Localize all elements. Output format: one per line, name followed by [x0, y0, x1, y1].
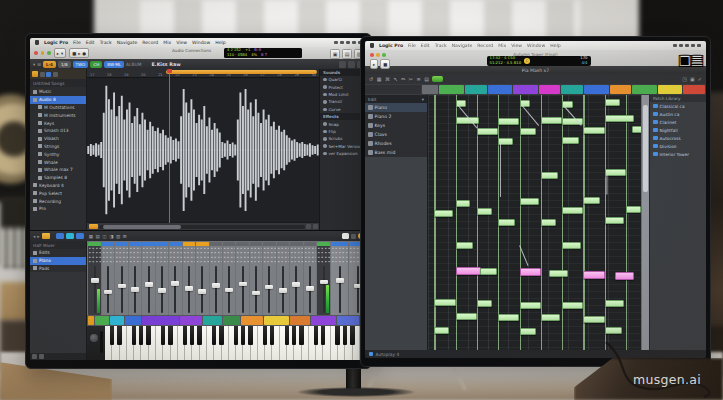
fader-handle[interactable] — [252, 291, 260, 296]
patch-library-header[interactable]: Patch Library — [650, 95, 706, 102]
mixer-tool-icon[interactable]: ◨ — [109, 234, 113, 239]
waveform-canvas[interactable] — [87, 78, 319, 222]
more-button[interactable] — [53, 72, 58, 77]
track-list-header[interactable]: Edit ▾ — [365, 95, 427, 103]
tempo-badge-icon[interactable]: C — [524, 58, 530, 64]
piano-key-black[interactable] — [248, 326, 253, 345]
piano-key-black[interactable] — [212, 326, 217, 345]
menu-item[interactable]: Record — [142, 40, 158, 45]
track-row[interactable]: Bass mid — [365, 148, 427, 157]
piano-key-black[interactable] — [161, 326, 166, 345]
vertical-scrollbar[interactable] — [641, 95, 649, 350]
track-list-item[interactable]: Recording — [30, 197, 86, 205]
transport-icon[interactable]: ■ — [72, 51, 76, 56]
transport-button-group[interactable]: ■▸● — [69, 48, 89, 58]
folder-icon[interactable] — [42, 233, 50, 240]
minimize-icon[interactable] — [41, 51, 45, 55]
zoom-in-button[interactable] — [313, 224, 318, 229]
track-list-item[interactable]: M Instruments — [30, 111, 86, 119]
track-list-item[interactable]: Audio 8 — [30, 96, 86, 104]
transport-play-button[interactable]: ▸ — [370, 59, 378, 69]
key-zone[interactable] — [125, 316, 142, 325]
mixer-sidebar-header[interactable]: Half Mixer — [30, 241, 86, 249]
menu-item[interactable]: Record — [477, 43, 493, 48]
menu-item[interactable]: Mix — [498, 43, 506, 48]
piano-key-black[interactable] — [263, 326, 268, 345]
piano-key-black[interactable] — [168, 326, 173, 345]
view-icon[interactable] — [339, 61, 346, 68]
transport-button-group[interactable]: ▸▾ — [54, 48, 66, 58]
menu-item[interactable]: Mix — [163, 40, 171, 45]
key-zone[interactable] — [110, 316, 124, 325]
toolbar-pill[interactable]: BW·ML — [104, 61, 124, 68]
channel-controls[interactable] — [196, 246, 208, 264]
key-zone[interactable] — [290, 316, 309, 325]
piano-key-black[interactable] — [321, 326, 326, 345]
playhead[interactable] — [169, 69, 170, 223]
tool-icon[interactable]: ▤ — [424, 76, 429, 82]
fader-handle[interactable] — [185, 286, 193, 291]
track-list-item[interactable]: Synthy — [30, 150, 86, 158]
patch-row[interactable]: Clarinet — [650, 118, 706, 126]
app-name[interactable]: Logic Pro — [379, 43, 403, 48]
view-pill[interactable] — [56, 233, 64, 239]
piano-roll-grid-area[interactable] — [428, 95, 641, 350]
marker-segment[interactable] — [683, 85, 705, 94]
channel-controls[interactable] — [263, 246, 275, 264]
delete-button[interactable] — [39, 354, 44, 359]
app-name[interactable]: Logic Pro — [44, 40, 68, 45]
fader-handle[interactable] — [158, 288, 166, 293]
channel-controls[interactable] — [210, 246, 222, 264]
piano-key-black[interactable] — [110, 326, 115, 345]
track-list-item[interactable]: Whale max 7 — [30, 166, 86, 174]
list-editors-button[interactable]: ▤ — [692, 54, 702, 64]
menu-item[interactable]: Window — [527, 43, 545, 48]
toolbar-right-icon[interactable]: ◳ — [682, 76, 687, 82]
channel-controls[interactable] — [169, 246, 181, 264]
transport-stop-button[interactable]: ■ — [380, 59, 390, 69]
scroll-track[interactable] — [99, 225, 305, 229]
menu-item[interactable]: Help — [550, 43, 560, 48]
tool-icon[interactable]: ⌘ — [385, 76, 390, 82]
key-zone[interactable] — [337, 316, 359, 325]
transport-icon[interactable]: ▾ — [61, 51, 63, 56]
patch-row[interactable]: Autocross — [650, 134, 706, 142]
marker-segment[interactable] — [513, 85, 537, 94]
track-list-item[interactable]: Vibash — [30, 135, 86, 143]
transport-icon[interactable]: ● — [82, 51, 86, 56]
channel-controls[interactable] — [142, 246, 154, 264]
mixer-track-item[interactable]: Piano — [30, 257, 86, 265]
mixer-tool-icon[interactable]: ▤ — [95, 234, 99, 239]
piano-key-black[interactable] — [292, 326, 297, 345]
piano-key-black[interactable] — [139, 326, 144, 345]
fader-handle[interactable] — [320, 280, 328, 285]
fader-handle[interactable] — [104, 290, 112, 295]
scroll-mode-button[interactable] — [89, 224, 98, 230]
loop-mode-button[interactable]: L·4 — [43, 61, 56, 68]
marker-segment[interactable] — [539, 85, 561, 94]
add-button[interactable] — [32, 354, 37, 359]
filter-button[interactable] — [40, 72, 45, 77]
patch-row[interactable]: Division — [650, 142, 706, 150]
track-list-item[interactable]: Strings — [30, 143, 86, 151]
menu-item[interactable]: Navigate — [117, 40, 138, 45]
track-list-item[interactable]: Keyboard 4 — [30, 182, 86, 190]
marker-segment[interactable] — [610, 85, 632, 94]
patch-row[interactable]: Interior Tower — [650, 150, 706, 158]
channel-controls[interactable] — [277, 246, 289, 264]
track-list-item[interactable]: Music — [30, 88, 86, 96]
mixer-tool-icon[interactable]: ◫ — [102, 234, 106, 239]
tool-icon[interactable]: ✂ — [409, 76, 413, 82]
channel-controls[interactable] — [115, 246, 127, 264]
marker-segment[interactable] — [561, 85, 583, 94]
key-zone[interactable] — [264, 316, 289, 325]
piano-key-black[interactable] — [219, 326, 224, 345]
key-zone[interactable] — [223, 316, 240, 325]
channel-controls[interactable] — [156, 246, 168, 264]
mixer-track-item[interactable]: Edits — [30, 249, 86, 257]
piano-key-black[interactable] — [183, 326, 188, 345]
key-zone[interactable] — [203, 316, 222, 325]
track-list-item[interactable]: Keys — [30, 119, 86, 127]
fader-handle[interactable] — [279, 288, 287, 293]
octave-indicator[interactable] — [88, 316, 94, 325]
